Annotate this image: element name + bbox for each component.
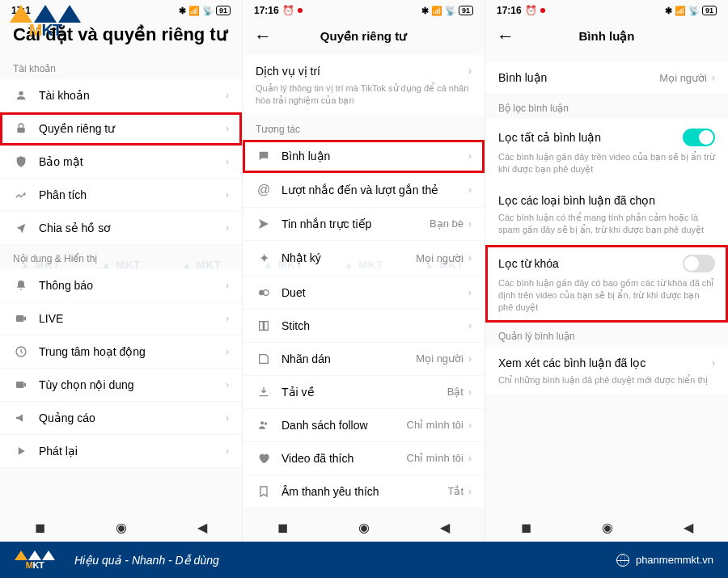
row-story[interactable]: ✦ Nhật ký Mọi người ›	[243, 241, 485, 276]
row-comments[interactable]: Bình luận ›	[243, 140, 485, 173]
footer-site[interactable]: phanmemmkt.vn	[616, 554, 713, 567]
row-label: LIVE	[39, 312, 226, 325]
row-content-pref[interactable]: Tùy chọn nội dung ›	[0, 369, 242, 402]
section-account-label: Tài khoản	[0, 55, 242, 79]
chevron-right-icon: ›	[226, 412, 229, 424]
svg-rect-7	[260, 321, 264, 330]
row-label: Quyền riêng tư	[39, 122, 226, 135]
row-label: Bình luận	[498, 71, 659, 84]
bluetooth-icon: ✱	[421, 6, 429, 16]
row-dm[interactable]: Tin nhắn trực tiếp Bạn bè ›	[243, 208, 485, 241]
row-privacy[interactable]: Quyền riêng tư ›	[0, 112, 242, 146]
back-button[interactable]: ←	[254, 26, 272, 47]
chevron-right-icon: ›	[226, 189, 229, 200]
play-icon	[13, 445, 29, 458]
chevron-right-icon: ›	[468, 252, 472, 264]
nav-recents[interactable]: ◼	[521, 520, 531, 535]
chevron-right-icon: ›	[712, 357, 715, 369]
row-label: Bảo mật	[39, 155, 226, 168]
row-duet[interactable]: Duet ›	[243, 276, 485, 310]
chevron-right-icon: ›	[468, 486, 472, 497]
row-label: Trung tâm hoạt động	[39, 345, 226, 358]
chevron-right-icon: ›	[226, 313, 229, 324]
row-who-comments[interactable]: Bình luận Mọi người ›	[485, 61, 728, 95]
footer-slogan: Hiệu quả - Nhanh - Dễ dùng	[74, 554, 219, 567]
row-stitch[interactable]: Stitch ›	[243, 310, 485, 343]
row-label: Tải về	[281, 386, 447, 399]
row-sounds[interactable]: Âm thanh yêu thích Tắt ›	[243, 475, 485, 508]
row-label: Nhật ký	[281, 251, 416, 264]
row-label: Phân tích	[39, 188, 226, 201]
nav-recents[interactable]: ◼	[35, 520, 45, 535]
row-analytics[interactable]: Phân tích ›	[0, 179, 242, 212]
svg-point-0	[19, 91, 23, 95]
nav-back[interactable]: ◀	[440, 520, 450, 535]
row-value: Chỉ mình tôi	[407, 419, 463, 431]
header: ← Quyền riêng tư	[243, 18, 485, 55]
send-icon	[256, 217, 272, 230]
signal-icon: 📶	[188, 6, 200, 16]
row-label: Dịch vụ vị trí	[256, 65, 468, 78]
back-button[interactable]: ←	[497, 26, 514, 47]
row-value: Bạn bè	[430, 217, 463, 230]
chevron-right-icon: ›	[226, 346, 229, 357]
nav-home[interactable]: ◉	[116, 520, 127, 535]
footer-logo: MKT	[15, 551, 55, 570]
nav-back[interactable]: ◀	[197, 520, 207, 535]
row-value: Bật	[447, 386, 463, 398]
row-filter-selected[interactable]: Lọc các loại bình luận đã chọn	[485, 184, 728, 212]
comment-icon	[256, 150, 272, 162]
header-title: Quyền riêng tư	[320, 29, 407, 44]
status-time: 17:16	[254, 5, 279, 16]
battery-text: 91	[702, 6, 717, 15]
status-bar: 17:16 ⏰ ✱ 📶 📡 91	[485, 0, 728, 18]
row-notifications[interactable]: Thông báo ›	[0, 269, 242, 302]
row-desc: Các bình luận có thể mang tính phản cảm …	[485, 212, 728, 245]
toggle-filter-all[interactable]	[683, 129, 715, 146]
toggle-filter-keyword[interactable]	[683, 255, 715, 272]
screen-privacy: 17:16 ⏰ ✱ 📶 📡 91 ← Quyền riêng tư Dịch v…	[243, 0, 485, 542]
header: ← Bình luận	[485, 18, 728, 55]
row-label: Quảng cáo	[39, 411, 226, 424]
globe-icon	[616, 554, 629, 567]
svg-point-9	[260, 421, 264, 424]
svg-rect-2	[16, 315, 23, 322]
shield-icon	[13, 155, 29, 168]
row-label: Duet	[281, 286, 468, 299]
row-live[interactable]: LIVE ›	[0, 302, 242, 335]
row-label: Âm thanh yêu thích	[281, 485, 447, 498]
nav-home[interactable]: ◉	[358, 520, 370, 535]
row-security[interactable]: Bảo mật ›	[0, 146, 242, 179]
chevron-right-icon: ›	[712, 72, 715, 83]
nav-recents[interactable]: ◼	[277, 520, 288, 535]
row-location[interactable]: Dịch vụ vị trí ›	[243, 55, 485, 82]
row-review[interactable]: Xem xét các bình luận đã lọc ›	[485, 347, 728, 374]
row-filter-keyword[interactable]: Lọc từ khóa	[485, 245, 728, 277]
chevron-right-icon: ›	[468, 320, 472, 331]
row-playback[interactable]: Phát lại ›	[0, 435, 242, 468]
nav-back[interactable]: ◀	[684, 520, 693, 535]
heart-icon	[256, 452, 272, 465]
bookmark-icon	[256, 485, 272, 498]
chevron-right-icon: ›	[226, 379, 229, 390]
row-filter-all[interactable]: Lọc tất cả bình luận	[485, 119, 728, 151]
chevron-right-icon: ›	[468, 184, 472, 196]
row-liked[interactable]: Video đã thích Chỉ mình tôi ›	[243, 442, 485, 475]
chevron-right-icon: ›	[226, 222, 229, 234]
row-account[interactable]: Tài khoản ›	[0, 79, 242, 112]
row-share-profile[interactable]: Chia sẻ hồ sơ ›	[0, 212, 242, 245]
row-mentions[interactable]: @ Lượt nhắc đến và lượt gắn thẻ ›	[243, 173, 485, 208]
bluetooth-icon: ✱	[179, 6, 186, 16]
row-following[interactable]: Danh sách follow Chỉ mình tôi ›	[243, 409, 485, 442]
row-label: Nhãn dán	[281, 352, 416, 365]
chevron-right-icon: ›	[468, 420, 472, 431]
nav-home[interactable]: ◉	[602, 520, 613, 535]
wifi-icon: 📡	[445, 6, 456, 16]
row-activity-center[interactable]: Trung tâm hoạt động ›	[0, 335, 242, 369]
chevron-right-icon: ›	[468, 150, 472, 162]
row-ads[interactable]: Quảng cáo ›	[0, 402, 242, 435]
bell-icon	[13, 279, 29, 292]
row-sticker[interactable]: Nhãn dán Mọi người ›	[243, 343, 485, 376]
row-download[interactable]: Tải về Bật ›	[243, 376, 485, 409]
row-label: Tài khoản	[39, 89, 226, 102]
